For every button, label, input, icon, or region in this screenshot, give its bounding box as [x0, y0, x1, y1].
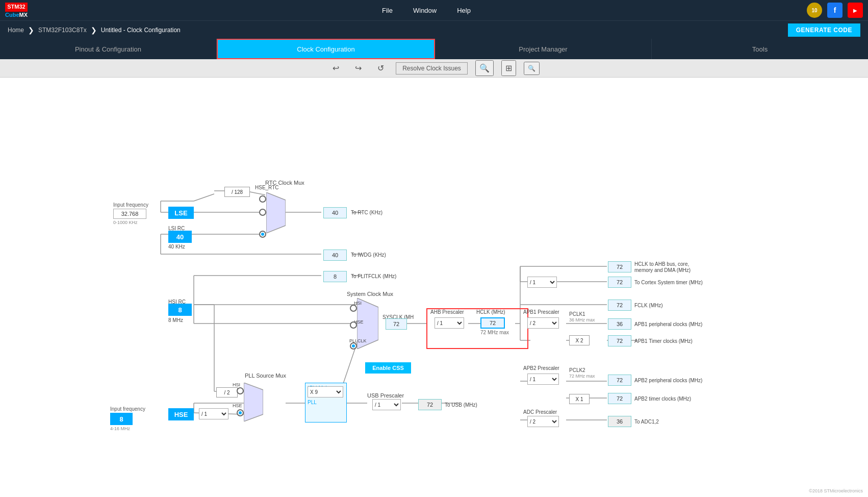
- copyright: ©2018 STMicroelectronics: [809, 488, 863, 493]
- version-icon: 10: [807, 3, 822, 18]
- hclk-ahb-val: 72: [608, 261, 631, 272]
- apb1-periph-val: 36: [608, 318, 631, 330]
- hclk-val[interactable]: 72: [480, 317, 505, 329]
- usb-div-select[interactable]: / 1: [372, 399, 401, 410]
- adc-div-select[interactable]: / 2: [527, 416, 559, 427]
- tab-tools[interactable]: Tools: [652, 39, 868, 59]
- apb2-prescaler-label: APB2 Prescaler: [523, 365, 559, 371]
- usb-out-val: 72: [418, 399, 442, 410]
- menu-window[interactable]: Window: [413, 7, 437, 14]
- to-flitfclk-label: To FLITFCLK (MHz): [351, 274, 396, 279]
- zoom-in-button[interactable]: 🔍: [475, 60, 494, 76]
- redo-button[interactable]: ↪: [351, 61, 366, 75]
- zoom-out-button[interactable]: 🔍: [524, 62, 540, 75]
- youtube-icon[interactable]: ▶: [848, 3, 863, 18]
- hse-div-select[interactable]: / 1: [199, 408, 228, 419]
- stm32-label: STM32: [5, 3, 27, 11]
- logo[interactable]: STM32 CubeMX: [5, 3, 31, 17]
- fclk-label: FCLK (MHz): [634, 303, 663, 308]
- hsi-rc-box[interactable]: 8: [168, 304, 192, 316]
- hsi-div2-box: / 2: [216, 387, 238, 397]
- pllclk-radio[interactable]: [350, 342, 357, 350]
- breadcrumb-home[interactable]: Home: [8, 27, 24, 34]
- hclk-ahb2-label: memory and DMA (MHz): [634, 267, 691, 273]
- cortex-timer-val: 72: [608, 277, 631, 288]
- pll-mul-select[interactable]: X 9: [308, 386, 343, 397]
- rtc-mux: [266, 192, 286, 233]
- reset-button[interactable]: ↺: [373, 61, 388, 75]
- breadcrumb: Home ❯ STM32F103C8Tx ❯ Untitled - Clock …: [0, 20, 868, 39]
- rtc-out-box: 40: [323, 207, 347, 218]
- pll-area: *PLLMul X 9 PLL: [305, 383, 347, 423]
- resolve-button[interactable]: Resolve Clock Issues: [396, 62, 468, 74]
- menu-help[interactable]: Help: [457, 7, 471, 14]
- clock-diagram: Input frequency 32.768 0-1000 KHz LSE LS…: [0, 78, 868, 496]
- adc-val: 36: [608, 416, 631, 427]
- apb2-periph-val: 72: [608, 375, 631, 386]
- menu-file[interactable]: File: [382, 7, 393, 14]
- rtc-mux-lse-radio[interactable]: [259, 209, 266, 216]
- hsi-mhz-label: 8 MHz: [168, 317, 183, 323]
- tab-project[interactable]: Project Manager: [435, 39, 652, 59]
- top-icons: 10 f ▶: [807, 3, 863, 18]
- hse-div128-box: / 128: [224, 187, 250, 197]
- clock-diagram-area: Input frequency 32.768 0-1000 KHz LSE LS…: [0, 78, 868, 497]
- hse-freq-value[interactable]: 8: [110, 413, 133, 425]
- cube-label: CubeMX: [5, 12, 28, 18]
- lsi-rc-box[interactable]: 40: [168, 231, 192, 243]
- hclk-ahb-label: HCLK to AHB bus, core,: [634, 261, 689, 267]
- enable-css-btn[interactable]: Enable CSS: [365, 362, 411, 374]
- pll-src-hse-label: HSE: [233, 403, 242, 408]
- pll-src-hse-radio[interactable]: [237, 409, 244, 416]
- sys-hsi-radio[interactable]: [350, 305, 357, 312]
- input-freq-lse: Input frequency 32.768 0-1000 KHz: [113, 202, 148, 225]
- usb-prescaler-label: USB Prescaler: [367, 392, 404, 399]
- toolbar: ↩ ↪ ↺ Resolve Clock Issues 🔍 ⊞ 🔍: [0, 59, 868, 78]
- hclk-label: HCLK (MHz): [476, 309, 505, 315]
- breadcrumb-device[interactable]: STM32F103C8Tx: [38, 27, 87, 34]
- undo-button[interactable]: ↩: [328, 61, 343, 75]
- pclk2-max-label: 72 MHz max: [569, 374, 595, 379]
- tab-bar: Pinout & Configuration Clock Configurati…: [0, 39, 868, 59]
- flitfclk-out-box: 8: [323, 271, 347, 282]
- svg-marker-50: [266, 192, 286, 233]
- svg-line-2: [194, 194, 214, 201]
- apb1-periph-label: APB1 peripheral clocks (MHz): [634, 321, 702, 327]
- connectors-svg: [0, 78, 868, 496]
- cortex-timer-label: To Cortex System timer (MHz): [634, 280, 703, 285]
- to-iwdg-label: To IWDG (KHz): [351, 252, 386, 258]
- apb1-x2-box: X 2: [569, 335, 590, 345]
- sys-mux-label: System Clock Mux: [347, 291, 393, 297]
- rtc-mux-lsi-radio[interactable]: [259, 231, 266, 238]
- generate-code-button[interactable]: GENERATE CODE: [788, 23, 860, 37]
- ahb-div-select[interactable]: / 1: [435, 317, 464, 329]
- tab-pinout[interactable]: Pinout & Configuration: [0, 39, 217, 59]
- sys-hse-radio[interactable]: [350, 321, 357, 329]
- sysclk-val[interactable]: 72: [386, 318, 407, 330]
- apb2-x1-box: X 1: [569, 394, 590, 404]
- pll-src-hsi-radio[interactable]: [237, 387, 244, 394]
- hclk-max: 72 MHz max: [480, 330, 509, 335]
- tab-clock[interactable]: Clock Configuration: [217, 39, 435, 59]
- apb2-div-select[interactable]: / 1: [527, 374, 559, 385]
- cortex-div-select[interactable]: / 1: [527, 277, 557, 288]
- rtc-mux-hse-radio[interactable]: [259, 195, 266, 203]
- facebook-icon[interactable]: f: [827, 3, 843, 18]
- lse-freq-value[interactable]: 32.768: [113, 209, 146, 219]
- apb2-periph-label: APB2 peripheral clocks (MHz): [634, 378, 702, 383]
- lse-box[interactable]: LSE: [168, 207, 194, 219]
- input-freq-hse: Input frequency 8 4-16 MHz: [110, 406, 145, 431]
- adc-label: To ADC1,2: [634, 419, 659, 425]
- pclk2-label: PCLK2: [569, 367, 585, 373]
- pll-label: PLL: [308, 400, 317, 405]
- pll-src-hsi-label: HSI: [233, 382, 240, 387]
- ahb-prescaler-label: AHB Prescaler: [430, 309, 464, 315]
- fit-button[interactable]: ⊞: [501, 60, 516, 76]
- fclk-val: 72: [608, 300, 631, 311]
- apb1-timer-label: APB1 Timer clocks (MHz): [634, 338, 693, 344]
- apb1-div-select[interactable]: / 2: [527, 317, 559, 329]
- hse-box[interactable]: HSE: [168, 408, 194, 420]
- apb1-timer-val: 72: [608, 335, 631, 346]
- apb2-timer-val: 72: [608, 393, 631, 404]
- apb1-max-label: 36 MHz max: [569, 317, 595, 322]
